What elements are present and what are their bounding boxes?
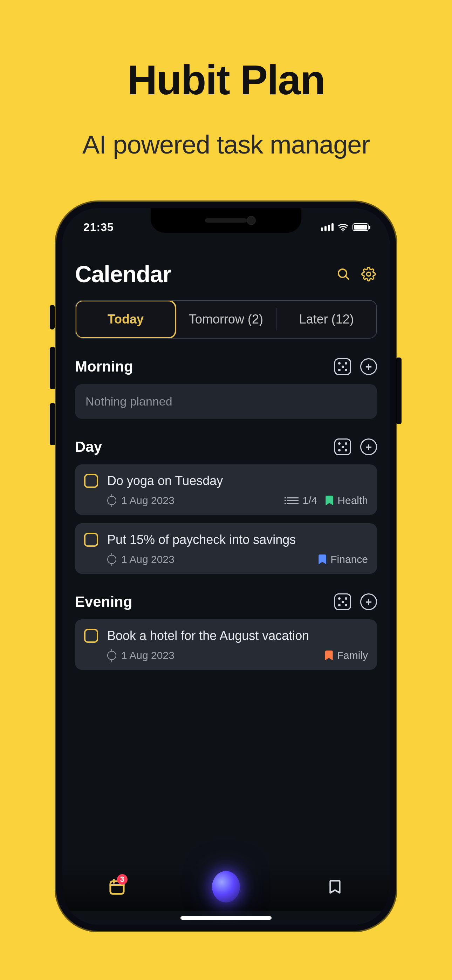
section-title: Morning: [75, 358, 133, 375]
task-title: Put 15% of paycheck into savings: [107, 532, 296, 547]
shuffle-button[interactable]: [334, 593, 351, 610]
device-silent-switch: [50, 305, 55, 329]
task-checkbox[interactable]: [84, 533, 98, 547]
svg-line-2: [346, 277, 349, 279]
page-title: Calendar: [75, 261, 171, 287]
sun-icon: [107, 555, 116, 564]
dice-icon: [335, 439, 350, 454]
task-date: 1 Aug 2023: [121, 495, 175, 506]
speaker-grille: [205, 218, 247, 223]
bookmark-outline-icon: [327, 877, 343, 896]
subtasks-icon: [287, 497, 299, 504]
svg-point-0: [342, 230, 344, 231]
plus-icon: +: [366, 361, 372, 372]
phone-notch: [151, 208, 301, 233]
section-morning: Morning + Nothing planned: [75, 358, 377, 419]
tab-badge: 3: [117, 874, 127, 885]
status-icons: [321, 223, 369, 231]
task-card[interactable]: Do yoga on Tuesday 1 Aug 2023 1/4: [75, 465, 377, 515]
bookmark-icon: [326, 496, 333, 506]
section-title: Day: [75, 439, 102, 455]
task-title: Book a hotel for the August vacation: [107, 628, 309, 643]
search-button[interactable]: [335, 266, 352, 283]
dice-icon: [335, 359, 350, 374]
task-date: 1 Aug 2023: [121, 554, 175, 565]
cellular-icon: [321, 223, 334, 231]
task-tag: Finance: [330, 554, 368, 565]
front-camera: [247, 216, 256, 225]
gear-icon: [361, 267, 376, 282]
task-card[interactable]: Put 15% of paycheck into savings 1 Aug 2…: [75, 523, 377, 574]
home-indicator[interactable]: [180, 916, 272, 920]
tab-ai-orb[interactable]: [212, 873, 240, 901]
task-title: Do yoga on Tuesday: [107, 474, 223, 488]
app-header: Calendar: [75, 261, 377, 287]
status-time: 21:35: [83, 221, 114, 234]
task-progress: 1/4: [303, 495, 317, 506]
plus-icon: +: [366, 596, 372, 608]
phone-frame: 21:35 Calendar: [56, 202, 396, 931]
tab-today[interactable]: Today: [76, 301, 175, 338]
device-power-button: [396, 358, 401, 424]
tab-tomorrow[interactable]: Tomorrow (2): [176, 301, 276, 338]
add-task-button[interactable]: +: [360, 439, 377, 455]
app-root: Calendar: [62, 247, 390, 924]
bookmark-icon: [318, 555, 326, 564]
bottom-tab-bar: 3: [62, 862, 390, 911]
sun-icon: [107, 651, 116, 660]
task-card[interactable]: Book a hotel for the August vacation 1 A…: [75, 619, 377, 670]
task-date: 1 Aug 2023: [121, 649, 175, 662]
empty-state: Nothing planned: [75, 384, 377, 419]
view-segmented-control: Today Tomorrow (2) Later (12): [75, 300, 377, 339]
bookmark-icon: [325, 651, 333, 660]
dice-icon: [335, 595, 350, 609]
shuffle-button[interactable]: [334, 439, 351, 455]
search-icon: [336, 267, 350, 281]
svg-point-3: [366, 272, 370, 276]
promo-title: Hubit Plan: [0, 56, 452, 104]
tab-bookmarks[interactable]: [321, 873, 349, 901]
orb-icon: [212, 871, 240, 902]
sun-icon: [107, 496, 116, 505]
shuffle-button[interactable]: [334, 358, 351, 375]
task-tag: Family: [337, 649, 368, 662]
phone-screen: 21:35 Calendar: [62, 208, 390, 924]
section-title: Evening: [75, 593, 132, 610]
add-task-button[interactable]: +: [360, 593, 377, 610]
battery-icon: [352, 223, 369, 231]
device-volume-down: [50, 403, 56, 445]
task-tag: Health: [337, 495, 368, 506]
plus-icon: +: [366, 441, 372, 452]
add-task-button[interactable]: +: [360, 358, 377, 375]
section-evening: Evening + Book a: [75, 593, 377, 670]
tab-later[interactable]: Later (12): [277, 301, 376, 338]
section-day: Day + Do yoga on: [75, 439, 377, 574]
task-checkbox[interactable]: [84, 629, 98, 643]
promo-subtitle: AI powered task manager: [0, 130, 452, 159]
device-volume-up: [50, 347, 56, 389]
promo-screenshot: Hubit Plan AI powered task manager 21:35: [0, 0, 452, 980]
wifi-icon: [338, 223, 348, 231]
settings-button[interactable]: [360, 266, 377, 283]
task-checkbox[interactable]: [84, 474, 98, 488]
tab-calendar[interactable]: 3: [103, 873, 131, 901]
